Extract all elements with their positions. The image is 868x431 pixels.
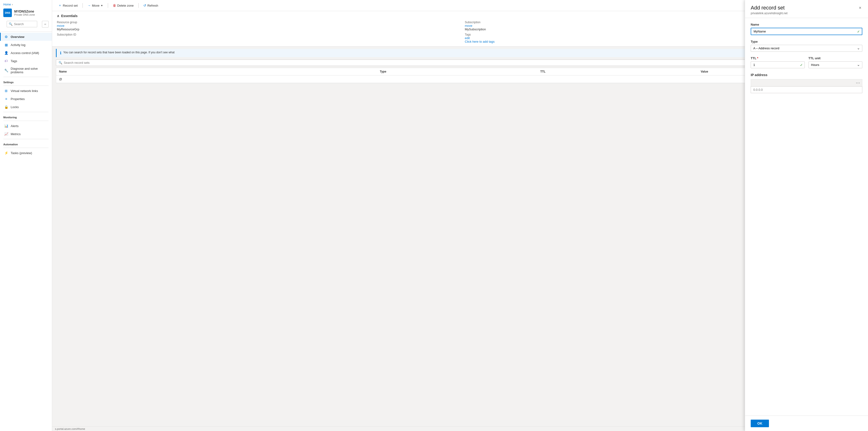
refresh-label: Refresh	[147, 4, 158, 7]
sidebar-header: Home › DNS MYDNSZone Private DNS zone 🔍 …	[0, 0, 52, 32]
tags-add-link[interactable]: Click here to add tags	[465, 40, 495, 43]
ttl-input[interactable]	[751, 61, 805, 68]
panel-title-group: Add record set privatelink.azurehdinsigh…	[751, 5, 787, 15]
info-icon: ℹ	[60, 51, 61, 55]
search-records-input[interactable]	[64, 61, 862, 64]
panel-body: Name ✓ Type A – Address record AAAA – IP…	[745, 18, 868, 415]
automation-section-label: Automation	[0, 140, 52, 147]
monitoring-section-label: Monitoring	[0, 113, 52, 120]
ip-field-group: IP address ···	[751, 73, 862, 93]
sidebar-item-overview-label: Overview	[11, 35, 24, 39]
virtual-network-icon: ⊞	[4, 89, 8, 93]
diagnose-icon: 🔧	[4, 68, 8, 72]
ttl-unit-label: TTL unit	[808, 56, 863, 60]
table-row[interactable]: @	[56, 75, 864, 83]
home-link[interactable]: Home	[3, 3, 11, 6]
sidebar-item-virtual-network[interactable]: ⊞ Virtual network links	[0, 87, 52, 95]
search-records-icon: 🔍	[59, 61, 62, 64]
profile-info: MYDNSZone Private DNS zone	[14, 9, 35, 16]
ttl-row: TTL* ✓ TTL unit Seconds Minutes Hours Da…	[751, 56, 862, 73]
sidebar-search-box: 🔍	[7, 21, 37, 27]
delete-zone-button[interactable]: 🗑 Delete zone	[111, 2, 136, 9]
panel-close-button[interactable]: ×	[858, 5, 862, 11]
activity-log-icon: ▦	[4, 43, 8, 47]
delete-zone-label: Delete zone	[117, 4, 134, 7]
ttl-unit-select[interactable]: Seconds Minutes Hours Days	[808, 61, 863, 68]
sidebar-item-alerts-label: Alerts	[11, 124, 19, 128]
search-icon: 🔍	[9, 22, 12, 26]
plus-icon: ＋	[58, 3, 62, 8]
name-check-icon: ✓	[857, 30, 860, 33]
tags-icon: 🏷	[4, 59, 8, 63]
sidebar-item-activity-log[interactable]: ▦ Activity log	[0, 41, 52, 49]
properties-icon: ≡	[4, 97, 8, 101]
move-button[interactable]: → Move ▼	[85, 2, 105, 9]
subscription-id-item: Subscription ID	[57, 33, 456, 43]
table-header: Name Type TTL Value	[56, 68, 864, 75]
resource-group-item: Resource group move MyResourceGrp	[57, 21, 456, 31]
access-control-icon: 👤	[4, 51, 8, 55]
sidebar-item-locks[interactable]: 🔒 Locks	[0, 103, 52, 111]
sidebar-item-access-control[interactable]: 👤 Access control (IAM)	[0, 49, 52, 57]
essentials-grid: Resource group move MyResourceGrp Subscr…	[57, 21, 863, 43]
status-url: s.portal.azure.com/#home	[55, 427, 85, 430]
breadcrumb[interactable]: Home ›	[3, 3, 49, 6]
alerts-icon: 📊	[4, 124, 8, 128]
essentials-header[interactable]: ∧ Essentials	[57, 14, 863, 18]
ip-more-button[interactable]: ···	[856, 80, 860, 85]
overview-icon: ⊙	[4, 35, 8, 39]
sidebar-item-properties-label: Properties	[11, 97, 25, 101]
tags-edit-link[interactable]: edit	[465, 36, 470, 40]
info-text: You can search for record sets that have…	[63, 51, 175, 54]
sidebar-item-tags-label: Tags	[11, 59, 17, 63]
subscription-move-link[interactable]: move	[465, 24, 472, 28]
refresh-button[interactable]: ↺ Refresh	[141, 2, 161, 9]
sidebar-search-input[interactable]	[14, 22, 35, 26]
profile-subtitle: Private DNS zone	[14, 13, 35, 16]
name-input[interactable]	[751, 28, 862, 35]
sidebar-item-locks-label: Locks	[11, 105, 19, 109]
toolbar-divider-2	[108, 3, 108, 8]
search-records-box: 🔍	[56, 60, 864, 66]
type-select[interactable]: A – Address record AAAA – IPv6 address r…	[751, 45, 862, 52]
row-type	[380, 77, 540, 81]
locks-icon: 🔒	[4, 105, 8, 109]
dns-profile: DNS MYDNSZone Private DNS zone	[3, 8, 49, 17]
sidebar-item-overview[interactable]: ⊙ Overview	[0, 33, 52, 41]
move-icon: →	[87, 4, 91, 7]
col-name: Name	[59, 70, 380, 73]
record-set-button[interactable]: ＋ Record set	[56, 2, 80, 9]
name-field-label: Name	[751, 23, 862, 26]
metrics-icon: 📈	[4, 132, 8, 136]
name-field-group: Name ✓	[751, 23, 862, 35]
sidebar-item-tasks-label: Tasks (preview)	[11, 151, 32, 155]
ip-input[interactable]	[751, 86, 862, 93]
resource-group-value: MyResourceGrp	[57, 28, 456, 31]
sidebar-item-activity-log-label: Activity log	[11, 43, 25, 47]
subscription-id-label: Subscription ID	[57, 33, 456, 36]
collapse-button[interactable]: ‹‹	[42, 21, 49, 28]
sidebar-item-diagnose-label: Diagnose and solve problems	[11, 67, 49, 74]
move-label: Move	[92, 4, 99, 7]
sidebar-item-tags[interactable]: 🏷 Tags	[0, 57, 52, 65]
panel-title: Add record set	[751, 5, 787, 11]
sidebar-item-alerts[interactable]: 📊 Alerts	[0, 122, 52, 130]
ok-button[interactable]: OK	[751, 420, 769, 427]
info-banner: ℹ You can search for record sets that ha…	[56, 49, 864, 57]
ttl-check-icon: ✓	[800, 63, 803, 67]
sidebar-item-virtual-network-label: Virtual network links	[11, 89, 38, 93]
panel-footer: OK	[745, 415, 868, 431]
sidebar-item-access-control-label: Access control (IAM)	[11, 51, 39, 55]
sidebar-item-metrics[interactable]: 📈 Metrics	[0, 130, 52, 138]
sidebar-item-properties[interactable]: ≡ Properties	[0, 95, 52, 103]
delete-icon: 🗑	[113, 4, 116, 7]
type-field-group: Type A – Address record AAAA – IPv6 addr…	[751, 40, 862, 52]
sidebar-item-tasks[interactable]: ⚡ Tasks (preview)	[0, 149, 52, 157]
ttl-field-label: TTL*	[751, 56, 805, 60]
move-dropdown-icon: ▼	[101, 4, 103, 7]
avatar: DNS	[3, 8, 12, 17]
panel-subtitle: privatelink.azurehdinsight.net	[751, 11, 787, 15]
resource-group-move-link[interactable]: move	[57, 24, 64, 28]
profile-name: MYDNSZone	[14, 9, 35, 13]
sidebar-item-diagnose[interactable]: 🔧 Diagnose and solve problems	[0, 65, 52, 76]
